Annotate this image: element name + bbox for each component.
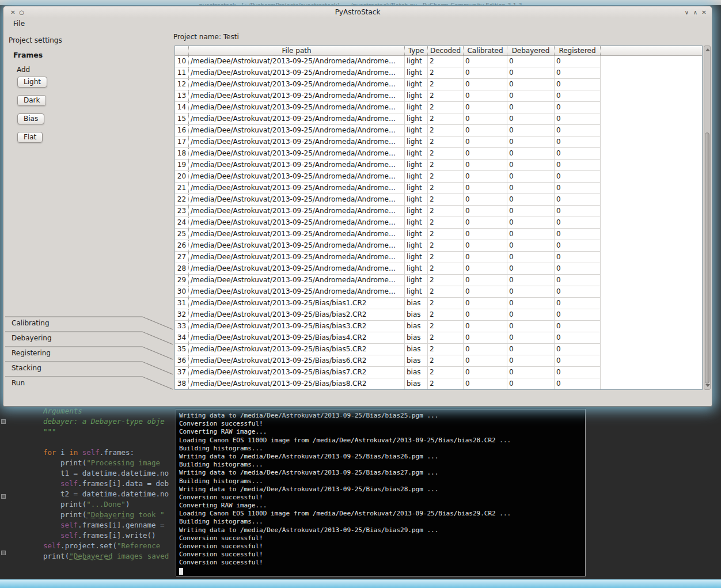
table-scrollbar[interactable] <box>704 45 711 390</box>
terminal-line: Writing data to /media/Dee/Astrokuvat/20… <box>179 526 582 534</box>
table-row[interactable]: 13/media/Dee/Astrokuvat/2013-09-25/Andro… <box>175 90 601 102</box>
cell-type: bias <box>405 355 428 367</box>
column-header-reg[interactable]: Registered <box>555 46 601 56</box>
cell-calibrated: 0 <box>464 194 507 206</box>
table-row[interactable]: 22/media/Dee/Astrokuvat/2013-09-25/Andro… <box>175 194 601 206</box>
table-row[interactable]: 31/media/Dee/Astrokuvat/2013-09-25/Bias/… <box>175 298 601 309</box>
cell-registered: 0 <box>555 56 601 67</box>
terminal-window[interactable]: Writing data to /media/Dee/Astrokuvat/20… <box>176 409 586 576</box>
terminal-cursor <box>179 568 183 575</box>
table-row[interactable]: 24/media/Dee/Astrokuvat/2013-09-25/Andro… <box>175 217 601 229</box>
terminal-line: Loading Canon EOS 1100D image from /medi… <box>179 510 582 518</box>
cell-registered: 0 <box>555 229 601 240</box>
cell-decoded: 2 <box>428 160 464 171</box>
cell-registered: 0 <box>555 125 601 136</box>
table-row[interactable]: 12/media/Dee/Astrokuvat/2013-09-25/Andro… <box>175 79 601 90</box>
table-row[interactable]: 19/media/Dee/Astrokuvat/2013-09-25/Andro… <box>175 160 601 171</box>
cell-type: bias <box>405 367 428 378</box>
frame-add-buttons: LightDarkBiasFlat <box>17 77 47 143</box>
section-calibrating[interactable]: Calibrating <box>5 315 173 330</box>
table-row[interactable]: 33/media/Dee/Astrokuvat/2013-09-25/Bias/… <box>175 321 601 332</box>
cell-file-path: /media/Dee/Astrokuvat/2013-09-25/Bias/bi… <box>189 367 405 378</box>
table-row[interactable]: 14/media/Dee/Astrokuvat/2013-09-25/Andro… <box>175 102 601 113</box>
column-header-cal[interactable]: Calibrated <box>464 46 507 56</box>
table-row[interactable]: 26/media/Dee/Astrokuvat/2013-09-25/Andro… <box>175 240 601 252</box>
gutter-icon[interactable] <box>1 494 6 499</box>
cell-debayered: 0 <box>507 309 555 321</box>
table-row[interactable]: 36/media/Dee/Astrokuvat/2013-09-25/Bias/… <box>175 355 601 367</box>
table-row[interactable]: 29/media/Dee/Astrokuvat/2013-09-25/Andro… <box>175 275 601 286</box>
add-light-button[interactable]: Light <box>17 77 47 88</box>
scrollbar-thumb[interactable] <box>705 132 709 384</box>
add-flat-button[interactable]: Flat <box>17 132 43 143</box>
window-bottom-highlight <box>0 579 721 588</box>
column-header-rownum[interactable] <box>175 46 189 56</box>
cell-debayered: 0 <box>507 183 555 194</box>
cell-calibrated: 0 <box>464 148 507 160</box>
table-row[interactable]: 17/media/Dee/Astrokuvat/2013-09-25/Andro… <box>175 136 601 148</box>
cell-decoded: 2 <box>428 252 464 263</box>
add-bias-button[interactable]: Bias <box>17 113 44 124</box>
table-row[interactable]: 38/media/Dee/Astrokuvat/2013-09-25/Bias/… <box>175 378 601 390</box>
close-icon[interactable]: ✕ <box>700 7 708 18</box>
cell-type: light <box>405 79 428 90</box>
cell-decoded: 2 <box>428 125 464 136</box>
cell-registered: 0 <box>555 321 601 332</box>
gutter-icon[interactable] <box>1 419 6 424</box>
cell-calibrated: 0 <box>464 171 507 183</box>
section-debayering[interactable]: Debayering <box>5 330 173 345</box>
row-number: 33 <box>175 321 189 332</box>
cell-registered: 0 <box>555 148 601 160</box>
cell-decoded: 2 <box>428 102 464 113</box>
table-row[interactable]: 32/media/Dee/Astrokuvat/2013-09-25/Bias/… <box>175 309 601 321</box>
cell-calibrated: 0 <box>464 367 507 378</box>
table-row[interactable]: 30/media/Dee/Astrokuvat/2013-09-25/Andro… <box>175 286 601 298</box>
cell-type: light <box>405 252 428 263</box>
section-run[interactable]: Run <box>5 375 173 390</box>
menu-item-file[interactable]: File <box>11 18 27 29</box>
table-row[interactable]: 28/media/Dee/Astrokuvat/2013-09-25/Andro… <box>175 263 601 275</box>
add-dark-button[interactable]: Dark <box>17 95 46 106</box>
scroll-down-icon[interactable] <box>705 384 710 387</box>
table-row[interactable]: 21/media/Dee/Astrokuvat/2013-09-25/Andro… <box>175 183 601 194</box>
table-row[interactable]: 27/media/Dee/Astrokuvat/2013-09-25/Andro… <box>175 252 601 263</box>
terminal-line: Writing data to /media/Dee/Astrokuvat/20… <box>179 485 582 494</box>
table-row[interactable]: 16/media/Dee/Astrokuvat/2013-09-25/Andro… <box>175 125 601 136</box>
table-row[interactable]: 34/media/Dee/Astrokuvat/2013-09-25/Bias/… <box>175 332 601 344</box>
section-label: Debayering <box>12 334 52 342</box>
table-row[interactable]: 15/media/Dee/Astrokuvat/2013-09-25/Andro… <box>175 113 601 125</box>
cell-decoded: 2 <box>428 286 464 298</box>
gutter-icon[interactable] <box>1 551 6 555</box>
cell-debayered: 0 <box>507 263 555 275</box>
table-row[interactable]: 11/media/Dee/Astrokuvat/2013-09-25/Andro… <box>175 67 601 79</box>
table-row[interactable]: 10/media/Dee/Astrokuvat/2013-09-25/Andro… <box>175 56 601 67</box>
editor-gutter-strip <box>0 406 7 579</box>
table-row[interactable]: 20/media/Dee/Astrokuvat/2013-09-25/Andro… <box>175 171 601 183</box>
keep-above-icon[interactable]: ∧ <box>691 7 700 18</box>
keep-below-icon[interactable]: ∨ <box>682 7 691 18</box>
row-number: 12 <box>175 79 189 90</box>
cell-registered: 0 <box>555 263 601 275</box>
section-registering[interactable]: Registering <box>5 345 173 360</box>
close-icon[interactable]: ✕ <box>9 7 17 18</box>
table-row[interactable]: 37/media/Dee/Astrokuvat/2013-09-25/Bias/… <box>175 367 601 378</box>
row-number: 11 <box>175 67 189 79</box>
cell-decoded: 2 <box>428 194 464 206</box>
table-row[interactable]: 23/media/Dee/Astrokuvat/2013-09-25/Andro… <box>175 206 601 217</box>
column-header-dec[interactable]: Decoded <box>428 46 464 56</box>
column-header-path[interactable]: File path <box>189 46 405 56</box>
app-titlebar[interactable]: ✕○ PyAstroStack ∨∧✕ <box>3 6 712 18</box>
table-row[interactable]: 18/media/Dee/Astrokuvat/2013-09-25/Andro… <box>175 148 601 160</box>
section-stacking[interactable]: Stacking <box>5 360 173 375</box>
cell-type: bias <box>405 298 428 309</box>
cell-calibrated: 0 <box>464 275 507 286</box>
column-header-deb[interactable]: Debayered <box>507 46 555 56</box>
pycharm-window-title: pyastrostack - [~/PycharmProjects/pyastr… <box>199 2 522 5</box>
scroll-up-icon[interactable] <box>705 48 710 51</box>
column-header-type[interactable]: Type <box>405 46 428 56</box>
cell-file-path: /media/Dee/Astrokuvat/2013-09-25/Androme… <box>189 90 405 102</box>
pyastrostack-window: ✕○ PyAstroStack ∨∧✕ File Project setting… <box>3 6 712 407</box>
sticky-icon[interactable]: ○ <box>17 7 26 18</box>
table-row[interactable]: 25/media/Dee/Astrokuvat/2013-09-25/Andro… <box>175 229 601 240</box>
table-row[interactable]: 35/media/Dee/Astrokuvat/2013-09-25/Bias/… <box>175 344 601 355</box>
